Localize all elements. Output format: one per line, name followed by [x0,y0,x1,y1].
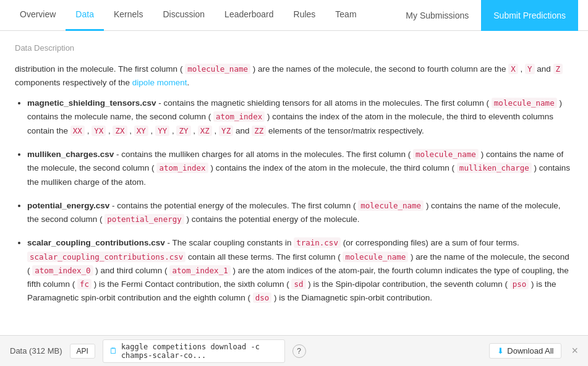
nav-tabs: Overview Data Kernels Discussion Leaderb… [10,0,393,31]
dipole-moment-link[interactable]: dipole moment [132,78,187,87]
tab-kernels[interactable]: Kernels [104,0,153,31]
intro-paragraph: distribution in the molecule. The first … [15,62,573,89]
help-button[interactable]: ? [292,344,306,358]
list-item-mulliken: mulliken_charges.csv - contains the mull… [27,148,573,189]
close-button[interactable]: × [571,344,578,357]
content-area: Data Description distribution in the mol… [0,31,588,335]
footer-bar: Data (312 MB) API 🗒 kaggle competitions … [0,335,588,366]
kaggle-command[interactable]: 🗒 kaggle competitions download -c champs… [103,339,285,363]
main-nav: Overview Data Kernels Discussion Leaderb… [0,0,588,31]
download-all-button[interactable]: ⬇ Download All [489,343,561,359]
tab-team[interactable]: Team [325,0,366,31]
file-description-list: magnetic_shielding_tensors.csv - contain… [15,96,573,305]
data-size-label: Data (312 MB) [10,346,62,355]
api-button[interactable]: API [70,344,95,359]
list-item-magnetic: magnetic_shielding_tensors.csv - contain… [27,96,573,138]
list-item-scalar-coupling: scalar_coupling_contributions.csv - The … [27,236,573,305]
section-title: Data Description [15,43,573,53]
tab-discussion[interactable]: Discussion [153,0,215,31]
tab-rules[interactable]: Rules [284,0,326,31]
submit-predictions-button[interactable]: Submit Predictions [481,0,578,31]
tab-overview[interactable]: Overview [10,0,66,31]
tab-leaderboard[interactable]: Leaderboard [215,0,283,31]
my-submissions-link[interactable]: My Submissions [393,0,481,31]
list-item-potential-energy: potential_energy.csv - contains the pote… [27,199,573,227]
download-icon: ⬇ [497,346,504,355]
tab-data[interactable]: Data [66,0,104,31]
nav-right: My Submissions Submit Predictions [393,0,578,31]
file-icon: 🗒 [109,346,117,355]
